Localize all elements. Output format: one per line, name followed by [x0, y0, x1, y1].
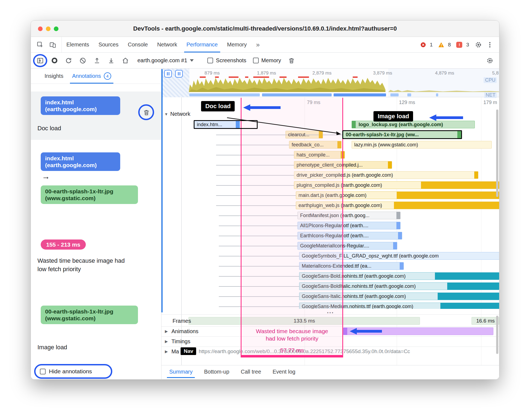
- tab-console[interactable]: Console: [123, 37, 152, 52]
- annotation-chip-splash-image[interactable]: 00-earth-splash-1x-ltr.jpg (www.gstatic.…: [41, 306, 138, 324]
- load-profile-button[interactable]: [93, 57, 101, 64]
- nav-marker-badge[interactable]: Nav: [181, 347, 196, 355]
- reload-and-record-button[interactable]: [65, 57, 72, 64]
- error-count[interactable]: 1: [430, 42, 433, 48]
- collect-garbage-icon[interactable]: [288, 57, 295, 64]
- record-button[interactable]: [51, 57, 58, 64]
- devtools-tabbar: Elements Sources Console Network Perform…: [31, 37, 499, 53]
- memory-checkbox[interactable]: [253, 58, 259, 63]
- expand-triangle-icon[interactable]: ▶: [165, 349, 168, 354]
- timings-track-label[interactable]: Timings: [171, 338, 190, 345]
- network-request-bar[interactable]: hats_compile...: [294, 151, 345, 159]
- hide-annotations-ring: Hide annotations: [34, 364, 112, 379]
- network-scrollbar-thumb[interactable]: [496, 110, 498, 197]
- frames-duration-bar[interactable]: 16.6 ms: [472, 317, 499, 325]
- annotation-label-doc-load: Doc load: [37, 125, 61, 132]
- network-request-bar[interactable]: All1PIcons-Regular.otf (earth....: [298, 222, 401, 229]
- annotation-chip-splash-image[interactable]: 00-earth-splash-1x-ltr.jpg (www.gstatic.…: [41, 185, 138, 204]
- network-track-header[interactable]: ▼ Network: [164, 111, 190, 117]
- network-request-bar[interactable]: plugins_compiled.js (earth.google.com): [294, 181, 499, 189]
- screenshots-checkbox-row[interactable]: Screenshots: [207, 57, 246, 64]
- tab-memory[interactable]: Memory: [222, 37, 251, 52]
- screenshots-checkbox[interactable]: [207, 58, 213, 63]
- annotation-chip-index-html[interactable]: index.html (earth.google.com): [41, 96, 120, 115]
- expand-triangle-icon[interactable]: ▶: [165, 329, 168, 333]
- main-track-label[interactable]: Ma: [171, 348, 179, 355]
- animations-track-label[interactable]: Animations: [171, 328, 198, 335]
- settings-gear-icon[interactable]: [475, 41, 482, 49]
- annotation-label-image-load: Image load: [37, 344, 67, 351]
- network-request-label: earthplugin_web.js (earth.google.com): [298, 202, 499, 209]
- network-request-bar[interactable]: 00-earth-splash-1x-ltr.jpg (ww...: [343, 131, 461, 138]
- network-request-bar[interactable]: phenotype_client_compiled.j...: [294, 161, 392, 169]
- breadcrumb-pause-marker[interactable]: [175, 70, 183, 78]
- network-request-bar[interactable]: earthplugin_web.js (earth.google.com): [296, 202, 499, 209]
- issues-count[interactable]: 3: [466, 42, 469, 48]
- network-request-label: lazy.min.js (www.gstatic.com): [354, 141, 491, 149]
- frames-track-label[interactable]: Frames: [172, 318, 191, 324]
- doc-load-annotation-label[interactable]: Doc load: [201, 101, 235, 111]
- tab-call-tree[interactable]: Call tree: [237, 365, 265, 378]
- tab-annotations[interactable]: Annotations 4: [69, 69, 114, 84]
- panel-settings-gear-icon[interactable]: [486, 57, 494, 64]
- tab-network[interactable]: Network: [152, 37, 182, 52]
- breadcrumb-pause-marker[interactable]: [164, 70, 172, 78]
- expand-triangle-icon[interactable]: ▶: [165, 339, 168, 344]
- request-queueing-whisker: [219, 256, 299, 256]
- network-request-bar[interactable]: drive_picker_compiled.js (earth.google.c…: [294, 171, 478, 179]
- close-window-button[interactable]: [38, 26, 43, 31]
- tab-elements[interactable]: Elements: [62, 37, 94, 52]
- minimize-window-button[interactable]: [46, 26, 51, 31]
- network-request-bar[interactable]: feedback_co...: [289, 141, 341, 149]
- network-request-bar[interactable]: MaterialIcons-Extended.ttf (ea...: [299, 262, 404, 270]
- tab-sources[interactable]: Sources: [94, 37, 123, 52]
- annotation-entry-doc-load[interactable]: index.html (earth.google.com) Doc load: [31, 91, 161, 140]
- network-request-bar[interactable]: GoogleMaterialIcons-Regular....: [298, 242, 397, 250]
- kebab-menu-icon[interactable]: [486, 41, 494, 49]
- tracks-scrollbar-thumb[interactable]: [496, 316, 498, 354]
- tab-summary[interactable]: Summary: [165, 365, 196, 378]
- warning-count[interactable]: 8: [448, 42, 451, 48]
- network-request-bar[interactable]: GoogleSans-Bold.nohints.ttf (earth.googl…: [299, 272, 499, 280]
- tab-bottom-up[interactable]: Bottom-up: [200, 365, 233, 378]
- network-request-bar[interactable]: main.dart.js (earth.google.com): [296, 191, 499, 199]
- request-queueing-whisker: [216, 165, 294, 165]
- frames-duration-value: 133.5 ms: [294, 318, 315, 324]
- network-request-bar[interactable]: GoogleSans-Italic.nohints.ttf (earth.goo…: [299, 292, 499, 300]
- frames-duration-bar[interactable]: 133.5 ms: [189, 317, 420, 325]
- annotation-chip-index-html[interactable]: index.html (earth.google.com): [41, 152, 120, 171]
- network-request-bar[interactable]: lazy.min.js (www.gstatic.com): [352, 141, 492, 149]
- network-request-bar[interactable]: GoogleSymbols_FILL_GRAD_opsz_wght.ttf (e…: [299, 252, 499, 260]
- inspect-element-icon[interactable]: [36, 41, 44, 49]
- history-dropdown[interactable]: earth.google.com #1: [137, 57, 194, 64]
- delete-annotation-button[interactable]: [142, 108, 151, 117]
- more-tabs-button[interactable]: »: [251, 37, 264, 52]
- tab-event-log[interactable]: Event log: [269, 365, 299, 378]
- network-request-label: GoogleMaterialIcons-Regular....: [300, 242, 397, 250]
- network-request-bar[interactable]: clearcut...: [285, 131, 323, 138]
- home-icon[interactable]: [122, 57, 129, 64]
- network-overflow-ellipsis[interactable]: ...: [327, 307, 334, 315]
- network-request-bar[interactable]: EarthIcons-Regular.otf (earth....: [298, 232, 402, 239]
- memory-checkbox-row[interactable]: Memory: [253, 57, 281, 64]
- wasted-time-region-bottom-bar: [242, 355, 342, 357]
- network-request-bar[interactable]: GoogleSans-BoldItalic.nohints.ttf (earth…: [299, 282, 499, 290]
- window-title: DevTools - earth.google.com/static/multi…: [133, 25, 397, 32]
- hide-annotations-checkbox[interactable]: [40, 369, 46, 374]
- network-request-bar[interactable]: logo_lockup.svg (earth.google.com): [352, 121, 475, 128]
- network-request-bar[interactable]: index.htm...: [194, 121, 240, 128]
- tab-insights[interactable]: Insights: [41, 69, 67, 84]
- clear-recording-button[interactable]: [79, 57, 87, 64]
- zoom-window-button[interactable]: [54, 26, 58, 31]
- device-toolbar-icon[interactable]: [49, 41, 57, 49]
- request-queueing-whisker: [216, 205, 296, 206]
- annotation-chip-time-range[interactable]: 155 - 213 ms: [41, 239, 86, 250]
- save-profile-button[interactable]: [107, 57, 115, 64]
- tab-performance[interactable]: Performance: [182, 37, 223, 52]
- image-load-annotation-label[interactable]: Image load: [373, 111, 413, 122]
- annotations-count-badge: 4: [104, 72, 111, 80]
- network-request-bar[interactable]: FontManifest.json (earth.goog...: [298, 212, 401, 219]
- toggle-sidebar-button[interactable]: [36, 57, 44, 64]
- network-request-label: feedback_co...: [291, 141, 341, 149]
- request-queueing-whisker: [219, 246, 298, 246]
